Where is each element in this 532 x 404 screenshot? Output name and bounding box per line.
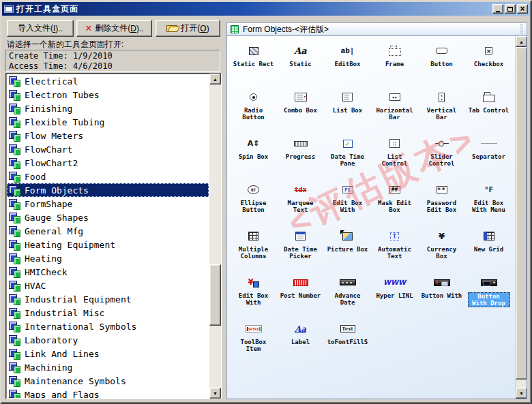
list-item[interactable]: FlowChart (7, 142, 209, 156)
list-item[interactable]: FlowChart2 (7, 156, 209, 170)
open-button[interactable]: 打开(O) (156, 20, 220, 37)
list-item[interactable]: Flow Meters (7, 129, 209, 142)
grid-item[interactable]: ¥Edit Box With (230, 271, 277, 317)
grid-item-label: Frame (385, 61, 404, 67)
grid-item[interactable]: Date Time Picker (277, 225, 324, 271)
list-item[interactable]: Machining (7, 360, 209, 374)
grid-item[interactable]: tdxMarquee Text (277, 178, 324, 225)
grid-item[interactable]: Multiple Columns (230, 225, 277, 271)
grid-item[interactable]: ×Checkbox (465, 40, 512, 86)
list-item[interactable]: Link And Lines (7, 347, 209, 360)
scroll-up-button[interactable]: ▲ (209, 74, 221, 84)
grid-item[interactable]: Vertical Bar (418, 86, 465, 132)
list-item[interactable]: Heating (7, 251, 209, 265)
grid-item[interactable]: AaStatic (277, 40, 324, 86)
panel-scroll-up-button[interactable]: ▲ (516, 36, 527, 47)
list-item[interactable]: International Symbols (7, 320, 209, 333)
list-item[interactable]: Electrical (7, 74, 209, 88)
grid-item[interactable]: Picture Box (324, 225, 371, 271)
panel-scroll-thumb[interactable] (516, 47, 527, 379)
list-item[interactable]: Form Objects (7, 183, 209, 197)
toolbox-page-icon (9, 144, 20, 155)
list-item[interactable]: FormShape (7, 197, 209, 211)
scroll-thumb[interactable] (209, 264, 221, 326)
grid-item[interactable]: ✓Date Time Pane (324, 132, 371, 178)
grid-item[interactable]: ¥Currency Box (418, 225, 465, 271)
list-scrollbar[interactable]: ▲ ▼ (209, 74, 221, 399)
toolbox-page-icon (9, 281, 20, 291)
grid-item[interactable]: Tab Control (465, 86, 512, 132)
advance-date-icon (340, 279, 356, 285)
grid-item-label: Automatic Text (374, 246, 416, 260)
grid-item[interactable]: New Grid (465, 225, 512, 271)
grid-item[interactable]: F1Edit Box With (324, 178, 371, 225)
grid-item[interactable]: Button With (418, 271, 465, 317)
grid-item-label: Button (430, 61, 453, 67)
minimize-button[interactable] (492, 4, 503, 14)
grid-item[interactable]: A⇕Spin Box (230, 132, 277, 178)
list-item-label: Food (25, 172, 46, 182)
list-item-label: Finishing (25, 104, 72, 114)
grid-item[interactable]: Post Number (277, 271, 324, 317)
list-item[interactable]: Food (7, 170, 209, 183)
scroll-down-button[interactable]: ▼ (209, 388, 221, 399)
grid-item[interactable]: AaLabel (277, 317, 324, 364)
list-item[interactable]: Industrial Equipment (7, 292, 209, 306)
grid-item[interactable]: ◂▸Horizontal Bar (371, 86, 418, 132)
list-item[interactable]: Finishing (7, 102, 209, 115)
list-item-label: Gauge Shapes (25, 213, 89, 223)
grid-item[interactable]: ISPTRICToolBox Item (230, 317, 277, 364)
edit-box-f1-icon: F1 (342, 186, 353, 193)
delete-file-key: D (130, 24, 136, 33)
grid-item[interactable]: Combo Box (277, 86, 324, 132)
grid-item[interactable]: Frame (371, 40, 418, 86)
grid-item[interactable]: Button With Drop (465, 271, 512, 317)
grid-item[interactable]: °FEdit Box With Menu (465, 178, 512, 225)
grid-item[interactable]: Radio Button (230, 86, 277, 132)
list-item-label: Form Objects (25, 185, 89, 196)
grid-item[interactable]: Advance Date (324, 271, 371, 317)
grid-item[interactable]: Static Rect (230, 40, 277, 86)
grid-item[interactable]: ∷List Control (371, 132, 418, 178)
toolbox-page-icon (9, 253, 20, 264)
open-key: O (200, 24, 206, 33)
grid-item[interactable]: ##Mask Edit Box (371, 178, 418, 225)
slider-control-icon (435, 140, 449, 146)
grid-item[interactable]: **Password Edit Box (418, 178, 465, 225)
grid-item[interactable]: BTEllipse Button (230, 178, 277, 225)
toolbox-page-icon (9, 76, 20, 87)
window-icon[interactable] (4, 5, 14, 13)
static-rect-icon (249, 47, 258, 55)
list-item[interactable]: HVAC (7, 279, 209, 292)
automatic-text-icon: T (390, 232, 399, 240)
grid-item[interactable]: WWWHyper LINL (371, 271, 418, 317)
grid-item[interactable]: ab|EditBox (324, 40, 371, 86)
list-item[interactable]: General Mfg (7, 224, 209, 238)
list-item[interactable]: Heating Equipment (7, 238, 209, 251)
grid-item[interactable]: Slider Control (418, 132, 465, 178)
grid-item[interactable]: List Box (324, 86, 371, 132)
list-item[interactable]: Electron Tubes (7, 88, 209, 102)
list-item[interactable]: Laboratory (7, 333, 209, 347)
list-item[interactable]: HMICheck (7, 265, 209, 279)
grid-item-label: Tab Control (469, 107, 509, 114)
import-file-button[interactable]: 导入文件(I).. (7, 20, 74, 37)
list-item[interactable]: Industrial Misc (7, 306, 209, 320)
list-item[interactable]: Maps and Flags (7, 388, 209, 398)
close-button[interactable]: × (517, 4, 528, 14)
grid-item[interactable]: Separator (465, 132, 512, 178)
grid-item[interactable]: Progress (277, 132, 324, 178)
list-item[interactable]: Maintenance Symbols (7, 374, 209, 388)
panel-scrollbar[interactable]: ▲ ▼ (515, 36, 527, 399)
list-item-label: FormShape (25, 199, 72, 209)
list-item[interactable]: Flexible Tubing (7, 115, 209, 129)
grid-item[interactable]: Button (418, 40, 465, 86)
progress-icon (294, 141, 308, 146)
panel-scroll-down-button[interactable]: ▼ (516, 388, 527, 399)
grid-item[interactable]: TAutomatic Text (371, 225, 418, 271)
list-item[interactable]: Gauge Shapes (7, 211, 209, 224)
list-item-label: Maps and Flags (25, 390, 100, 399)
maximize-button[interactable] (505, 4, 516, 14)
grid-item[interactable]: TexttoFontFillS (324, 317, 371, 364)
delete-file-button[interactable]: ✕ 删除文件(D).. (76, 20, 152, 37)
